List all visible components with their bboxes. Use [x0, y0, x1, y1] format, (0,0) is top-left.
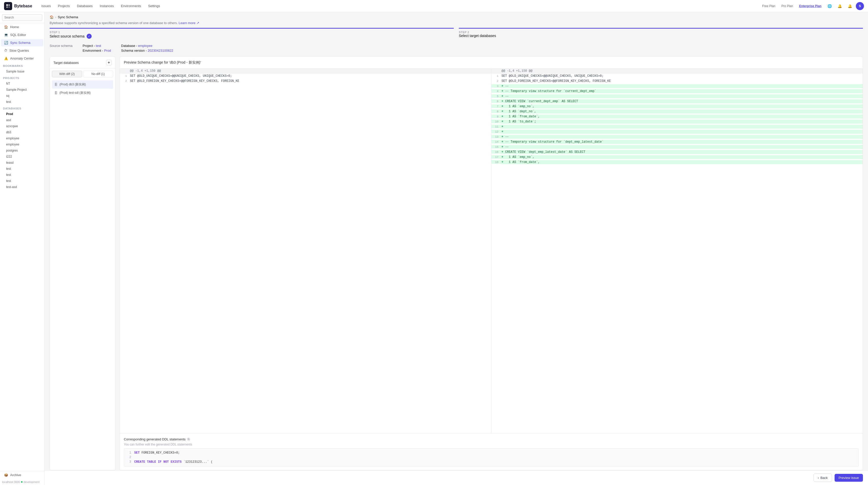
nav-projects[interactable]: Projects — [55, 3, 73, 9]
source-db-value: Database - employee — [121, 44, 173, 48]
source-db-link[interactable]: employee — [138, 44, 152, 48]
target-panel-header: Target databases + — [50, 57, 115, 69]
sidebar-item-home[interactable]: 🏠 Home — [1, 23, 43, 31]
diff-right-line-8: 8 + 1 AS `dept_no`, — [492, 109, 863, 114]
logo[interactable]: Bytebase — [4, 2, 32, 10]
ddl-title: Corresponding generated DDL statements — [124, 437, 186, 441]
source-env-link[interactable]: Prod — [104, 49, 111, 53]
tab-no-diff[interactable]: No diff (1) — [83, 71, 113, 77]
source-schema-version-value: Schema version - 20230423100822 — [121, 49, 173, 53]
svg-rect-0 — [6, 4, 8, 6]
ddl-num-1: 1 — [127, 451, 131, 455]
nav-databases[interactable]: Databases — [74, 3, 96, 9]
sidebar-item-sqleditor[interactable]: 💻 SQL Editor — [1, 31, 43, 38]
ddl-section: Corresponding generated DDL statements ⎘… — [120, 433, 863, 470]
app-name: Bytebase — [14, 4, 32, 8]
sidebar-item-archive[interactable]: 📦 Archive — [1, 471, 43, 479]
sidebar-env: development — [24, 480, 39, 483]
sidebar-db-employee1[interactable]: employee — [1, 136, 43, 141]
sidebar-db-test3[interactable]: test — [1, 178, 43, 184]
source-project-value: Project - test — [83, 44, 111, 48]
projects-section: Projects — [0, 75, 44, 81]
target-list: 🗄 (Prod) db3 (新实例) 🗄 (Prod) test-sdl (新实… — [50, 79, 115, 98]
anomalycenter-icon: ⚠️ — [4, 57, 8, 60]
diff-right-line-5: 5 + -- — [492, 94, 863, 99]
preview-header: Preview Schema change for 'db3 (Prod - 新… — [120, 57, 863, 69]
diff-right-line-6: 6 + CREATE VIEW `current_dept_emp` AS SE… — [492, 99, 863, 104]
sidebar: 🏠 Home 💻 SQL Editor 🔄 Sync Schema ⏱ Slow… — [0, 12, 44, 485]
tab-with-diff[interactable]: With diff (2) — [52, 71, 82, 77]
add-target-button[interactable]: + — [106, 60, 112, 65]
sidebar-db-teasd[interactable]: teasd — [1, 160, 43, 166]
ddl-code: 1 SET FOREIGN_KEY_CHECKS=0; 2 3 CREATE T… — [124, 448, 859, 466]
source-schema-version-link[interactable]: 20230423100822 — [148, 49, 173, 53]
sidebar-db-azxcqwe[interactable]: azxcqwe — [1, 123, 43, 129]
sidebar-item-syncschema[interactable]: 🔄 Sync Schema — [1, 39, 43, 46]
sidebar-db-asd[interactable]: asd — [1, 117, 43, 123]
sidebar-db-test-asd[interactable]: test-asd — [1, 184, 43, 190]
sidebar-db-t222[interactable]: t222 — [1, 154, 43, 160]
source-database-wrapper: Database - employee Schema version - 202… — [121, 44, 173, 53]
breadcrumb-current: Sync Schema — [58, 15, 78, 19]
sidebar-sqleditor-label: SQL Editor — [10, 33, 26, 37]
sidebar-syncschema-label: Sync Schema — [10, 41, 30, 45]
preview-issue-button[interactable]: Preview issue — [835, 474, 863, 482]
nav-environments[interactable]: Environments — [118, 3, 144, 9]
ddl-num-3: 3 — [127, 460, 131, 464]
nav-settings[interactable]: Settings — [145, 3, 163, 9]
diff-right-line-3: 3 + -- — [492, 84, 863, 89]
ddl-desc: You can further edit the generated DDL s… — [124, 443, 859, 446]
sidebar-db-db3[interactable]: db3 — [1, 130, 43, 135]
ddl-content-3: CREATE TABLE IF NOT EXISTS `123123123...… — [134, 460, 213, 464]
sidebar-home-label: Home — [10, 25, 19, 29]
search-input[interactable] — [2, 14, 42, 21]
diff-right-line-14: 14 + -- Temporary view structure for `de… — [492, 140, 863, 145]
pro-plan-btn[interactable]: Pro Plan — [779, 3, 795, 9]
page-desc-text: Bytebase supports synchronizing a specif… — [50, 21, 178, 25]
db3-icon: 🗄 — [55, 83, 58, 86]
diff-right-line-9: 9 + 1 AS `from_date`, — [492, 114, 863, 119]
slowqueries-icon: ⏱ — [4, 49, 7, 53]
sidebar-db-postgres[interactable]: postgres — [1, 148, 43, 153]
sidebar-prod-label[interactable]: Prod — [1, 111, 43, 117]
nav-issues[interactable]: Issues — [38, 3, 54, 9]
back-button[interactable]: ‹ Back — [813, 474, 832, 482]
enterprise-plan-btn[interactable]: Enterprise Plan — [797, 3, 824, 9]
step1-label: STEP 1 — [50, 31, 454, 34]
logo-icon — [4, 2, 12, 10]
sidebar-db-test2[interactable]: test — [1, 172, 43, 178]
back-arrow-icon: ‹ — [818, 476, 819, 480]
diff-right-line-2: 2 SET @OLD_FOREIGN_KEY_CHECKS=@@FOREIGN_… — [492, 79, 863, 84]
avatar[interactable]: S — [856, 2, 864, 10]
target-panel: Target databases + With diff (2) No diff… — [50, 57, 116, 470]
diff-right-line-7: 7 + 1 AS `emp_no`, — [492, 104, 863, 109]
sidebar-db-test1[interactable]: test — [1, 166, 43, 172]
translate-icon[interactable]: 🌐 — [826, 2, 834, 10]
nav-instances[interactable]: Instances — [97, 3, 117, 9]
target-item-test-sdl-label: (Prod) test-sdl (新实例) — [60, 91, 91, 95]
target-item-test-sdl[interactable]: 🗄 (Prod) test-sdl (新实例) — [52, 89, 113, 97]
source-project-link[interactable]: test — [96, 44, 101, 48]
sidebar-item-test[interactable]: test — [1, 99, 43, 105]
sidebar-item-anomalycenter[interactable]: ⚠️ Anomaly Center — [1, 55, 43, 62]
steps-bar: STEP 1 Select source schema ✓ STEP 2 Sel… — [44, 28, 868, 39]
notification-icon[interactable]: 🔔 — [846, 2, 854, 10]
copy-icon[interactable]: ⎘ — [188, 437, 190, 441]
sidebar-item-nt[interactable]: NT — [1, 81, 43, 86]
sidebar-item-sample-project[interactable]: Sample Project — [1, 87, 43, 92]
sidebar-db-employee2[interactable]: employee — [1, 142, 43, 147]
sidebar-item-sampleissue[interactable]: Sample Issue — [1, 69, 43, 74]
sidebar-item-sq[interactable]: sq — [1, 93, 43, 98]
target-item-db3[interactable]: 🗄 (Prod) db3 (新实例) — [52, 80, 113, 89]
sidebar-item-slowqueries[interactable]: ⏱ Slow Queries — [1, 47, 43, 54]
diff-right-line-16: 16 + CREATE VIEW `dept_emp_latest_date` … — [492, 150, 863, 155]
breadcrumb-home-icon[interactable]: 🏠 — [50, 15, 54, 19]
bell-icon[interactable]: 🔔 — [836, 2, 844, 10]
learn-more-link[interactable]: Learn more ↗ — [179, 21, 199, 25]
ddl-content-1: SET FOREIGN_KEY_CHECKS=0; — [134, 451, 180, 455]
step2-bar — [459, 28, 863, 29]
free-plan-btn[interactable]: Free Plan — [760, 3, 777, 9]
step2: STEP 2 Select target databases — [454, 28, 863, 39]
sidebar-host: localhost:3000 — [2, 480, 20, 483]
diff-header-right: @@ -1,4 +1,150 @@ — [492, 69, 863, 74]
